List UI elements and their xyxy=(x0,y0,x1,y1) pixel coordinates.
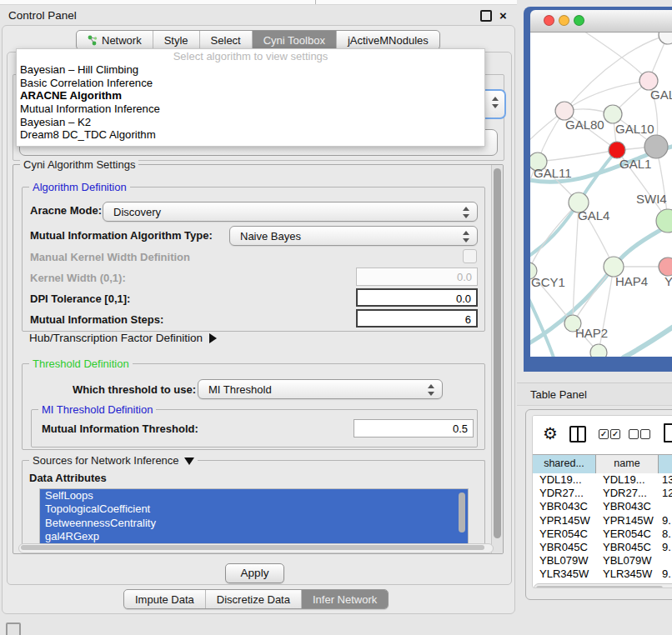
mi-type-value: Naive Bayes xyxy=(240,230,301,242)
algorithm-dropdown: Select algorithm to view settings Bayesi… xyxy=(16,48,485,147)
document-icon[interactable] xyxy=(664,423,672,442)
dropdown-item-bayesian-hill-climbing[interactable]: Bayesian – Hill Climbing xyxy=(17,63,484,77)
table-cell: 8. xyxy=(659,528,672,541)
tab-jactivemnodules[interactable]: jActiveMNodules xyxy=(336,31,439,49)
list-scrollbar-thumb[interactable] xyxy=(459,492,465,532)
close-icon[interactable]: × xyxy=(499,11,507,21)
table-row[interactable]: YBR043CYBR043C xyxy=(533,500,672,513)
scrollbar-thumb[interactable] xyxy=(494,168,501,538)
which-threshold-combobox[interactable]: MI Threshold xyxy=(198,379,443,399)
settings-horizontal-scrollbar[interactable] xyxy=(18,543,494,553)
network-canvas[interactable]: GAL7GAL80GAL10GAL1GAL11GAL4SWI4GCY1HAP4Y… xyxy=(530,32,672,357)
scrollbar-thumb[interactable] xyxy=(536,586,663,588)
spinner-arrows-icon xyxy=(462,206,470,219)
which-threshold-value: MI Threshold xyxy=(208,383,272,396)
scrollbar-thumb[interactable] xyxy=(21,545,484,550)
top-toolbar-strip xyxy=(0,0,517,5)
network-node[interactable] xyxy=(590,344,607,357)
network-window-titlebar[interactable] xyxy=(530,10,672,32)
table-header: shared...nameA xyxy=(533,454,672,474)
table-cell: YER054C xyxy=(596,528,659,541)
aracne-mode-label: Aracne Mode: xyxy=(30,204,102,217)
data-attributes-list[interactable]: SelfLoopsTopologicalCoefficientBetweenne… xyxy=(39,488,469,546)
zoom-traffic-light[interactable] xyxy=(574,15,584,26)
table-panel-title: Table Panel xyxy=(517,382,672,406)
tab-label: Infer Network xyxy=(313,593,377,606)
dropdown-item-mutual-information-inference[interactable]: Mutual Information Inference xyxy=(17,102,484,116)
unchecked-checkbox-icon[interactable] xyxy=(629,429,639,439)
aracne-mode-value: Discovery xyxy=(113,206,161,218)
sources-group-title[interactable]: Sources for Network Inference xyxy=(29,454,198,467)
tab-cyni-toolbox[interactable]: Cyni Toolbox xyxy=(252,31,336,49)
hub-section-toggle[interactable]: Hub/Transcription Factor Definition xyxy=(29,332,217,344)
network-node-gal1[interactable] xyxy=(609,142,625,158)
settings-group-title: Cyni Algorithm Settings xyxy=(20,158,138,171)
kernel-width-field[interactable]: 0.0 xyxy=(356,268,478,286)
network-node-gal10[interactable] xyxy=(604,105,622,123)
table-row[interactable]: YBL079WYBL079W xyxy=(533,554,672,568)
columns-icon[interactable] xyxy=(569,426,586,442)
table-row[interactable]: YIL052CYIL052C9 xyxy=(533,582,672,582)
network-node[interactable] xyxy=(659,32,672,44)
table-row[interactable]: YDR27...YDR27...12 xyxy=(533,487,672,500)
manual-kernel-checkbox[interactable] xyxy=(463,249,477,263)
dropdown-item-dream8-dc-tdc-algorithm[interactable]: Dream8 DC_TDC Algorithm xyxy=(17,128,484,142)
tab-discretize-data[interactable]: Discretize Data xyxy=(205,590,301,608)
sources-group: Sources for Network Inference Data Attri… xyxy=(22,460,485,548)
dropdown-item-bayesian-k2[interactable]: Bayesian – K2 xyxy=(17,116,484,129)
attribute-item-gal4rgexp[interactable]: gal4RGexp xyxy=(40,530,468,543)
mi-steps-field[interactable]: 6 xyxy=(356,309,478,328)
tab-label: Discretize Data xyxy=(217,593,290,606)
window-grip-icon[interactable] xyxy=(6,622,21,635)
settings-vertical-scrollbar[interactable] xyxy=(491,165,503,553)
node-label-swi4: SWI4 xyxy=(636,192,667,206)
checked-checkbox-icon[interactable]: ✓ xyxy=(599,429,609,439)
minimize-traffic-light[interactable] xyxy=(559,15,569,26)
tab-infer-network[interactable]: Infer Network xyxy=(301,590,388,608)
data-attributes-label: Data Attributes xyxy=(29,472,107,484)
table-cell: YBR043C xyxy=(533,500,596,513)
hub-section-label: Hub/Transcription Factor Definition xyxy=(29,332,203,344)
control-panel-title: Control Panel xyxy=(8,9,77,22)
column-header-a[interactable]: A xyxy=(659,455,672,473)
mi-threshold-field[interactable]: 0.5 xyxy=(354,419,474,438)
table-horizontal-scrollbar[interactable] xyxy=(534,583,672,588)
spinner-arrows-icon xyxy=(427,383,435,397)
attribute-item-betweennesscentrality[interactable]: BetweennessCentrality xyxy=(40,517,468,530)
table-row[interactable]: YPR145WYPR145W9. xyxy=(533,514,672,528)
tab-label: Style xyxy=(164,34,188,47)
column-header-name[interactable]: name xyxy=(596,455,659,473)
table-row[interactable]: YER054CYER054C8. xyxy=(533,528,672,541)
tab-style[interactable]: Style xyxy=(153,31,199,49)
mi-type-combobox[interactable]: Naive Bayes xyxy=(229,226,478,246)
network-node-y[interactable] xyxy=(659,258,672,276)
column-header-shared[interactable]: shared... xyxy=(533,455,596,473)
network-node[interactable] xyxy=(644,135,668,158)
checked-checkbox-icon[interactable]: ✓ xyxy=(610,429,620,439)
table-row[interactable]: YLR345WYLR345W9. xyxy=(533,568,672,581)
table-row[interactable]: YBR045CYBR045C9. xyxy=(533,541,672,554)
dpi-tolerance-field[interactable]: 0.0 xyxy=(356,288,478,307)
dropdown-item-basic-correlation-inference[interactable]: Basic Correlation Inference xyxy=(17,77,484,90)
tab-impute-data[interactable]: Impute Data xyxy=(124,590,205,608)
dropdown-item-aracne-algorithm[interactable]: ARACNE Algorithm xyxy=(17,89,484,102)
tab-select[interactable]: Select xyxy=(199,31,252,49)
tab-label: Cyni Toolbox xyxy=(263,34,325,47)
network-icon xyxy=(88,35,98,46)
expanded-arrow-icon xyxy=(184,458,194,465)
apply-button[interactable]: Apply xyxy=(225,563,284,583)
table-row[interactable]: YDL19...YDL19...13 xyxy=(533,473,672,487)
close-traffic-light[interactable] xyxy=(544,15,554,26)
node-label-gal7: GAL7 xyxy=(650,88,672,102)
unchecked-checkbox-icon[interactable] xyxy=(640,429,650,439)
tab-network[interactable]: Network xyxy=(77,31,153,49)
node-label-gal10: GAL10 xyxy=(615,122,654,136)
control-panel-body: Select algorithm to view settings Bayesi… xyxy=(7,52,512,585)
attribute-item-topologicalcoefficient[interactable]: TopologicalCoefficient xyxy=(40,502,468,516)
threshold-definition-group: Threshold Definition Which threshold to … xyxy=(22,363,485,450)
float-window-icon[interactable] xyxy=(480,10,492,22)
aracne-mode-combobox[interactable]: Discovery xyxy=(103,202,478,222)
attribute-item-selfloops[interactable]: SelfLoops xyxy=(40,489,468,502)
gear-icon[interactable]: ⚙ xyxy=(543,424,558,442)
node-label-hap2: HAP2 xyxy=(575,326,608,340)
